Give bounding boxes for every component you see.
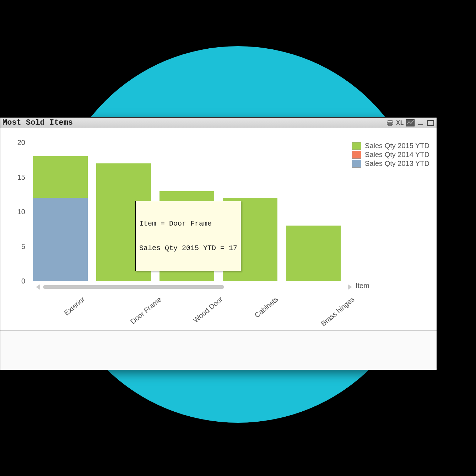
chart-window: Most Sold Items XL 05101520 [0, 117, 437, 369]
legend-swatch [352, 160, 361, 168]
y-tick: 15 [11, 173, 25, 181]
legend-item[interactable]: Sales Qty 2015 YTD [352, 142, 429, 150]
scroll-right-icon[interactable] [348, 284, 352, 290]
print-icon[interactable] [386, 119, 394, 126]
window-toolbar: XL [386, 119, 434, 126]
x-tick-label: Wood Door [192, 295, 225, 324]
tooltip-line-1: Item = Door Frame [139, 220, 237, 228]
y-tick: 20 [11, 139, 25, 147]
x-axis-label: Item [356, 282, 369, 290]
y-tick: 0 [11, 277, 25, 285]
scroll-left-icon[interactable] [36, 284, 40, 290]
x-tick-label: Cabinets [253, 295, 280, 319]
legend-label: Sales Qty 2014 YTD [365, 151, 429, 159]
legend-swatch [352, 142, 361, 150]
x-tick-label: Door Frame [129, 295, 163, 326]
chart-area: 05101520 Item ExteriorDoor FrameWood Doo… [0, 128, 437, 331]
legend-label: Sales Qty 2013 YTD [365, 159, 429, 168]
bar-segment[interactable] [33, 198, 88, 281]
legend-swatch [352, 151, 361, 159]
y-tick: 10 [11, 208, 25, 216]
window-title: Most Sold Items [2, 118, 73, 127]
xl-icon[interactable]: XL [396, 119, 404, 126]
chart-type-icon[interactable] [406, 119, 415, 126]
tooltip-line-2: Sales Qty 2015 YTD = 17 [139, 244, 237, 252]
scroll-thumb[interactable] [43, 285, 224, 289]
legend-item[interactable]: Sales Qty 2014 YTD [352, 151, 429, 159]
x-tick-label: Exterior [63, 295, 87, 317]
svg-rect-3 [418, 124, 423, 125]
x-tick-label: Brass hinges [319, 295, 356, 328]
y-tick: 5 [11, 242, 25, 250]
legend-label: Sales Qty 2015 YTD [365, 142, 429, 150]
window-titlebar: Most Sold Items XL [0, 118, 437, 128]
bar-segment[interactable] [286, 226, 341, 281]
x-axis-tick-labels: ExteriorDoor FrameWood DoorCabinetsBrass… [29, 292, 345, 331]
minimize-icon[interactable] [417, 119, 424, 126]
y-axis-ticks: 05101520 [11, 142, 25, 281]
window-footer [0, 331, 437, 370]
legend-item[interactable]: Sales Qty 2013 YTD [352, 159, 429, 168]
chart-tooltip: Item = Door Frame Sales Qty 2015 YTD = 1… [135, 201, 241, 271]
maximize-icon[interactable] [427, 119, 434, 126]
bar-segment[interactable] [33, 156, 88, 198]
chart-legend: Sales Qty 2015 YTDSales Qty 2014 YTDSale… [352, 142, 429, 168]
chart-scrollbar[interactable] [36, 285, 352, 290]
